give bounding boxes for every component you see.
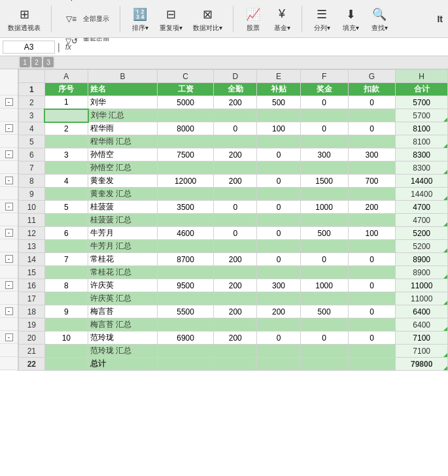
collapse-btn-6[interactable]: -: [5, 150, 13, 158]
cell-2-E[interactable]: 500: [257, 96, 300, 109]
cell-10-F[interactable]: 1000: [300, 201, 348, 214]
cell-17-B[interactable]: 许庆英 汇总: [88, 292, 158, 305]
fill-btn[interactable]: ⬇ 填充▾: [339, 4, 362, 34]
cell-14-C[interactable]: 8700: [158, 253, 214, 266]
cell-15-G[interactable]: [348, 266, 396, 279]
cell-4-B[interactable]: 程华雨: [88, 122, 158, 135]
cell-3-H[interactable]: 5700: [396, 109, 448, 122]
cell-10-A[interactable]: 5: [44, 201, 88, 214]
cell-9-D[interactable]: [214, 188, 257, 201]
cell-14-E[interactable]: 0: [257, 253, 300, 266]
cell-20-D[interactable]: 200: [214, 332, 257, 345]
cell-22-B[interactable]: 总计: [88, 358, 158, 371]
cell-17-D[interactable]: [214, 292, 257, 305]
col-header-h[interactable]: H: [396, 70, 448, 83]
cell-20-G[interactable]: 0: [348, 332, 396, 345]
cell-3-C[interactable]: [158, 109, 214, 122]
cell-1-H[interactable]: 合计: [396, 83, 448, 96]
col-header-f[interactable]: F: [300, 70, 348, 83]
cell-8-H[interactable]: 14400: [396, 175, 448, 188]
collapse-btn-2[interactable]: -: [5, 98, 13, 106]
collapse-btn-16[interactable]: -: [5, 281, 13, 289]
cell-8-E[interactable]: 0: [257, 175, 300, 188]
cell-4-H[interactable]: 8100: [396, 122, 448, 135]
col-header-e[interactable]: E: [257, 70, 300, 83]
cell-17-C[interactable]: [158, 292, 214, 305]
collapse-btn-20[interactable]: -: [5, 333, 13, 341]
cell-22-D[interactable]: [214, 358, 257, 371]
cell-2-A[interactable]: 1: [44, 96, 88, 109]
cell-11-F[interactable]: [300, 214, 348, 227]
cell-17-A[interactable]: [44, 292, 88, 305]
cell-7-F[interactable]: [300, 162, 348, 175]
cell-15-H[interactable]: 8900: [396, 266, 448, 279]
cell-17-F[interactable]: [300, 292, 348, 305]
cell-12-H[interactable]: 5200: [396, 227, 448, 240]
cell-19-E[interactable]: [257, 318, 300, 332]
cell-6-H[interactable]: 8300: [396, 148, 448, 162]
cell-21-B[interactable]: 范玲珑 汇总: [88, 345, 158, 358]
cell-12-G[interactable]: 100: [348, 227, 396, 240]
cell-20-A[interactable]: 10: [44, 332, 88, 345]
cell-6-C[interactable]: 7500: [158, 148, 214, 162]
cell-15-D[interactable]: [214, 266, 257, 279]
cell-16-B[interactable]: 许庆英: [88, 279, 158, 292]
cell-4-E[interactable]: 100: [257, 122, 300, 135]
cell-5-B[interactable]: 程华雨 汇总: [88, 135, 158, 148]
cell-13-F[interactable]: [300, 240, 348, 253]
collapse-btn-14[interactable]: -: [5, 255, 13, 263]
cell-16-H[interactable]: 11000: [396, 279, 448, 292]
cell-13-G[interactable]: [348, 240, 396, 253]
cell-18-F[interactable]: 500: [300, 305, 348, 318]
cell-21-H[interactable]: 7100: [396, 345, 448, 358]
cell-13-E[interactable]: [257, 240, 300, 253]
cell-5-F[interactable]: [300, 135, 348, 148]
formula-input[interactable]: [77, 41, 445, 53]
cell-18-B[interactable]: 梅言苔: [88, 305, 158, 318]
cell-5-A[interactable]: [44, 135, 88, 148]
cell-10-G[interactable]: 200: [348, 201, 396, 214]
cell-13-C[interactable]: [158, 240, 214, 253]
cell-6-A[interactable]: 3: [44, 148, 88, 162]
cell-15-B[interactable]: 常桂花 汇总: [88, 266, 158, 279]
cell-19-D[interactable]: [214, 318, 257, 332]
cell-19-B[interactable]: 梅言苔 汇总: [88, 318, 158, 332]
cell-10-E[interactable]: 0: [257, 201, 300, 214]
cell-3-A[interactable]: [44, 109, 88, 122]
cell-11-C[interactable]: [158, 214, 214, 227]
cell-8-G[interactable]: 700: [348, 175, 396, 188]
cell-12-A[interactable]: 6: [44, 227, 88, 240]
stock-btn[interactable]: 📈 股票: [241, 4, 265, 34]
cell-6-E[interactable]: 0: [257, 148, 300, 162]
cell-17-E[interactable]: [257, 292, 300, 305]
cell-21-D[interactable]: [214, 345, 257, 358]
cell-10-H[interactable]: 4700: [396, 201, 448, 214]
cell-17-G[interactable]: [348, 292, 396, 305]
cell-13-H[interactable]: 5200: [396, 240, 448, 253]
cell-2-B[interactable]: 刘华: [88, 96, 158, 109]
cell-18-E[interactable]: 200: [257, 305, 300, 318]
level-tab-1[interactable]: 1: [20, 57, 30, 67]
cell-21-G[interactable]: [348, 345, 396, 358]
cell-14-F[interactable]: 0: [300, 253, 348, 266]
cell-3-E[interactable]: [257, 109, 300, 122]
collapse-btn-4[interactable]: -: [5, 124, 13, 132]
cell-2-D[interactable]: 200: [214, 96, 257, 109]
cell-10-B[interactable]: 桂菠菠: [88, 201, 158, 214]
col-header-a[interactable]: A: [44, 70, 88, 83]
cell-22-F[interactable]: [300, 358, 348, 371]
cell-9-A[interactable]: [44, 188, 88, 201]
collapse-btn-18[interactable]: -: [5, 307, 13, 315]
cell-22-G[interactable]: [348, 358, 396, 371]
cell-20-E[interactable]: 0: [257, 332, 300, 345]
cell-21-F[interactable]: [300, 345, 348, 358]
cell-19-A[interactable]: [44, 318, 88, 332]
cell-20-B[interactable]: 范玲珑: [88, 332, 158, 345]
cell-5-C[interactable]: [158, 135, 214, 148]
cell-15-C[interactable]: [158, 266, 214, 279]
cell-7-C[interactable]: [158, 162, 214, 175]
cell-8-F[interactable]: 1500: [300, 175, 348, 188]
cell-18-C[interactable]: 5500: [158, 305, 214, 318]
cell-1-G[interactable]: 扣款: [348, 83, 396, 96]
cell-11-E[interactable]: [257, 214, 300, 227]
